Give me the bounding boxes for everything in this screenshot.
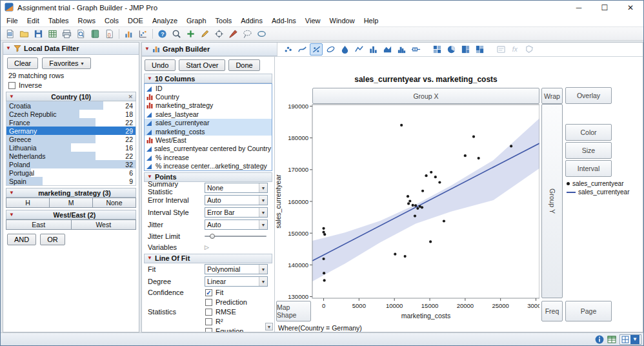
column-item[interactable]: sales_lastyear [145, 110, 272, 118]
jitter-limit-slider[interactable] [205, 232, 267, 241]
graph-icon[interactable] [136, 28, 150, 40]
ellipse-icon[interactable] [324, 43, 337, 56]
summary-statistic-dropdown[interactable]: None▼ [205, 183, 268, 193]
country-filter-row[interactable]: Lithuania16 [6, 143, 136, 152]
minimize-button[interactable]: ─ [566, 1, 592, 15]
country-filter-row[interactable]: Germany29 [6, 127, 136, 135]
column-item[interactable]: West/East [145, 136, 272, 144]
ellipse-tool-icon[interactable] [255, 28, 268, 40]
print-icon[interactable] [60, 28, 74, 40]
wrap-zone[interactable]: Wrap [541, 88, 563, 104]
bar-icon[interactable] [367, 43, 379, 56]
caret-down-icon[interactable]: ▼ [630, 335, 639, 344]
menu-rows[interactable]: Rows [74, 16, 101, 25]
menu-window[interactable]: Window [325, 16, 359, 25]
menu-view[interactable]: View [301, 16, 325, 25]
menu-addins[interactable]: Addins [236, 16, 267, 25]
add-icon[interactable] [184, 28, 197, 40]
jitter-dropdown[interactable]: Auto▼ [205, 219, 268, 230]
close-button[interactable]: ✕ [618, 1, 643, 15]
contour-icon[interactable] [338, 43, 351, 56]
expand-triangle-icon[interactable]: ▷ [205, 244, 209, 250]
caption-box-icon[interactable] [494, 43, 507, 56]
freq-zone[interactable]: Freq [541, 301, 563, 321]
start-over-button[interactable]: Start Over [179, 59, 225, 71]
new-data-table-icon[interactable] [3, 28, 17, 40]
column-item[interactable]: marketing_costs [145, 127, 272, 136]
menu-edit[interactable]: Edit [23, 16, 44, 25]
area-icon[interactable] [381, 43, 394, 56]
size-zone[interactable]: Size [565, 142, 612, 159]
disclosure-icon[interactable]: ▼ [9, 212, 14, 218]
disclosure-icon[interactable]: ▼ [145, 46, 150, 52]
interval-zone[interactable]: Interval [565, 160, 612, 177]
interval-style-dropdown[interactable]: Error Bar▼ [205, 207, 268, 218]
treemap-icon[interactable] [459, 43, 472, 56]
country-filter-row[interactable]: Poland32 [6, 160, 136, 168]
disclosure-icon[interactable]: ▼ [9, 94, 14, 99]
menu-doe[interactable]: DOE [123, 16, 148, 25]
formula-icon[interactable]: fx [508, 43, 521, 56]
overlay-zone[interactable]: Overlay [565, 87, 612, 104]
column-item[interactable]: marketing_strategy [145, 101, 272, 110]
rmse-checkbox[interactable] [205, 309, 212, 316]
plot-svg[interactable]: 0500010000150002000025000300001300001400… [275, 104, 539, 326]
country-filter-row[interactable]: Portugal6 [6, 168, 136, 177]
country-filter-row[interactable]: France22 [6, 118, 136, 127]
favorites-button[interactable]: Favorites▾ [42, 57, 90, 69]
menu-analyze[interactable]: Analyze [148, 16, 182, 25]
print-preview-icon[interactable] [74, 28, 88, 40]
points-icon[interactable] [281, 43, 294, 56]
crosshair-icon[interactable] [212, 28, 226, 40]
column-item[interactable]: Country [145, 92, 272, 101]
menu-help[interactable]: Help [359, 16, 383, 25]
column-item[interactable]: sales_currentyear [145, 119, 272, 127]
undo-button[interactable]: Undo [145, 59, 176, 71]
country-filter-row[interactable]: Spain9 [6, 177, 136, 185]
line-of-fit-icon[interactable] [310, 43, 323, 56]
disclosure-icon[interactable]: ▼ [147, 256, 152, 261]
r-checkbox[interactable] [205, 318, 212, 325]
disclosure-icon[interactable]: ▼ [9, 190, 14, 196]
open-file-icon[interactable] [17, 28, 31, 40]
inverse-checkbox[interactable] [8, 82, 15, 89]
column-item[interactable]: % increase center...arketing_strategy [145, 162, 272, 170]
menu-graph[interactable]: Graph [182, 16, 211, 25]
filter-level-h[interactable]: H [6, 198, 50, 208]
brush-icon[interactable] [226, 28, 240, 40]
disclosure-icon[interactable]: ▼ [147, 76, 152, 81]
column-item[interactable]: sales_currentyear centered by Country [145, 145, 272, 153]
color-zone[interactable]: Color [565, 124, 612, 141]
heatmap-icon[interactable] [430, 43, 443, 56]
lasso-icon[interactable] [241, 28, 254, 40]
smoother-icon[interactable] [296, 43, 308, 56]
maximize-button[interactable]: ☐ [592, 1, 618, 15]
slider-thumb[interactable] [210, 234, 215, 239]
boxplot-icon[interactable] [409, 43, 422, 56]
map-shapes-icon[interactable] [523, 43, 536, 56]
fit-dropdown[interactable]: Polynomial▼ [205, 264, 268, 274]
save-icon[interactable] [32, 28, 45, 40]
journal-icon[interactable] [88, 28, 102, 40]
analyze-icon[interactable] [122, 28, 136, 40]
country-filter-row[interactable]: Croatia24 [6, 101, 136, 110]
country-filter-row[interactable]: Czech Republic18 [6, 110, 136, 118]
search-icon[interactable] [170, 28, 183, 40]
mosaic-icon[interactable] [473, 43, 486, 56]
menu-tools[interactable]: Tools [211, 16, 237, 25]
status-info-icon[interactable] [595, 335, 604, 344]
clear-button[interactable]: Clear [7, 57, 38, 69]
filter-level-m[interactable]: M [49, 198, 93, 208]
scroll-down-button[interactable]: ▼ [265, 323, 273, 331]
column-item[interactable]: % increase [145, 153, 272, 161]
degree-dropdown[interactable]: Linear▼ [205, 276, 268, 287]
group-y-zone[interactable]: Group Y [541, 104, 563, 298]
filter-level-none[interactable]: None [92, 198, 136, 208]
country-filter-row[interactable]: Netherlands22 [6, 152, 136, 160]
prediction-checkbox[interactable] [205, 299, 212, 306]
column-item[interactable]: ID [145, 84, 272, 92]
pie-icon[interactable] [445, 43, 458, 56]
menu-cols[interactable]: Cols [100, 16, 123, 25]
histogram-icon[interactable] [395, 43, 408, 56]
line-icon[interactable] [352, 43, 365, 56]
